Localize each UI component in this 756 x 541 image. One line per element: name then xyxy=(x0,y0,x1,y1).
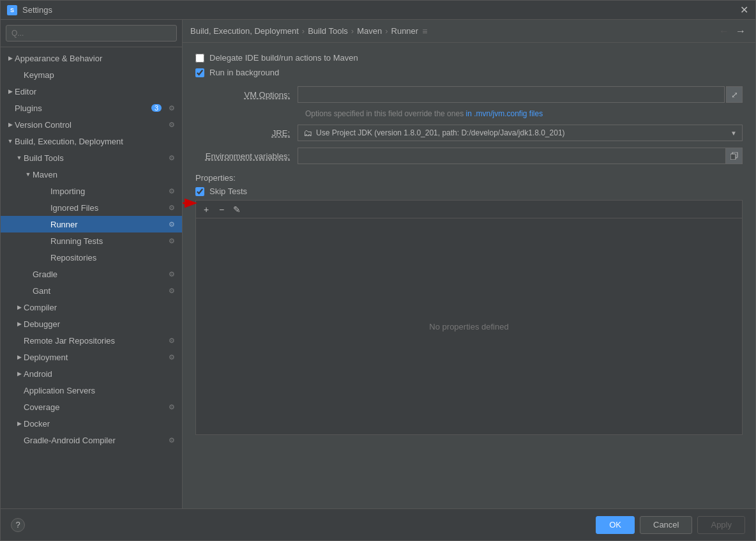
settings-icon: ⚙ xyxy=(167,352,177,362)
sidebar-item-build-exec-deploy[interactable]: ▼ Build, Execution, Deployment xyxy=(1,133,182,149)
app-icon: S xyxy=(7,5,17,15)
sidebar-item-version-control[interactable]: ▶ Version Control ⚙ xyxy=(1,116,182,133)
sidebar-item-coverage[interactable]: Coverage ⚙ xyxy=(1,399,182,415)
breadcrumb-menu-icon[interactable]: ≡ xyxy=(422,26,427,36)
env-vars-row: Environment variables: xyxy=(195,148,743,164)
sidebar-item-appearance[interactable]: ▶ Appearance & Behavior xyxy=(1,50,182,66)
title-bar: S Settings ✕ xyxy=(1,1,755,20)
svg-rect-3 xyxy=(730,154,736,160)
jre-selector[interactable]: 🗂 Use Project JDK (version 1.8.0_201, pa… xyxy=(298,125,743,141)
no-arrow xyxy=(42,187,50,195)
sidebar-item-android[interactable]: ▶ Android xyxy=(1,365,182,382)
sidebar-item-repositories[interactable]: Repositories xyxy=(1,249,182,266)
breadcrumb-current: Runner xyxy=(391,26,419,36)
breadcrumb-build[interactable]: Build, Execution, Deployment xyxy=(190,26,299,36)
env-vars-input[interactable] xyxy=(298,148,726,164)
settings-icon: ⚙ xyxy=(167,119,177,130)
add-property-button[interactable]: + xyxy=(200,203,213,216)
no-arrow xyxy=(24,270,33,278)
sidebar-item-remote-jar[interactable]: Remote Jar Repositories ⚙ xyxy=(1,332,182,349)
vm-options-input[interactable] xyxy=(298,86,725,103)
dropdown-arrow-icon: ▼ xyxy=(730,130,737,137)
chevron-right-icon: ▶ xyxy=(15,369,24,378)
sidebar-item-gradle[interactable]: Gradle ⚙ xyxy=(1,266,182,282)
breadcrumb-sep-1: › xyxy=(302,26,305,36)
delegate-checkbox[interactable] xyxy=(195,54,204,63)
nav-buttons: ← → xyxy=(717,24,748,38)
no-arrow xyxy=(15,402,24,411)
sidebar-item-docker[interactable]: ▶ Docker xyxy=(1,415,182,432)
sidebar-tree: ▶ Appearance & Behavior Keymap ▶ Editor xyxy=(1,47,182,508)
help-button[interactable]: ? xyxy=(11,518,25,532)
skip-tests-row: Skip Tests xyxy=(195,187,743,196)
sidebar-item-debugger[interactable]: ▶ Debugger xyxy=(1,316,182,332)
chevron-right-icon: ▶ xyxy=(6,87,15,96)
properties-label: Properties: xyxy=(195,173,236,183)
no-arrow xyxy=(42,253,50,262)
skip-tests-label[interactable]: Skip Tests xyxy=(209,187,247,196)
sidebar-item-gradle-android[interactable]: Gradle-Android Compiler ⚙ xyxy=(1,432,182,448)
properties-table: No properties defined xyxy=(195,218,743,435)
settings-icon: ⚙ xyxy=(167,269,177,279)
jre-label: JRE: xyxy=(195,128,298,138)
main-content: ▶ Appearance & Behavior Keymap ▶ Editor xyxy=(1,20,755,508)
vm-options-expand-button[interactable]: ⤢ xyxy=(726,86,743,103)
bottom-bar: ? OK Cancel Apply xyxy=(1,508,755,540)
ok-button[interactable]: OK xyxy=(596,516,635,534)
breadcrumb-bar: Build, Execution, Deployment › Build Too… xyxy=(183,20,755,43)
settings-icon: ⚙ xyxy=(167,202,177,213)
breadcrumb-build-tools[interactable]: Build Tools xyxy=(308,26,348,36)
settings-icon: ⚙ xyxy=(167,186,177,196)
settings-icon: ⚙ xyxy=(167,402,177,412)
no-arrow xyxy=(15,386,24,395)
no-arrow xyxy=(15,336,24,345)
sidebar-item-app-servers[interactable]: Application Servers xyxy=(1,382,182,399)
chevron-right-icon: ▶ xyxy=(15,303,24,312)
sidebar-item-plugins[interactable]: Plugins 3 ⚙ xyxy=(1,100,182,116)
sidebar: ▶ Appearance & Behavior Keymap ▶ Editor xyxy=(1,20,183,508)
sidebar-item-editor[interactable]: ▶ Editor xyxy=(1,83,182,100)
content-area: Delegate IDE build/run actions to Maven … xyxy=(183,43,755,508)
properties-section: Properties: Skip Tests xyxy=(195,173,743,435)
search-input[interactable] xyxy=(6,25,177,42)
chevron-down-icon: ▼ xyxy=(6,137,15,146)
edit-property-button[interactable]: ✎ xyxy=(231,203,243,216)
sidebar-item-gant[interactable]: Gant ⚙ xyxy=(1,282,182,299)
right-panel: Build, Execution, Deployment › Build Too… xyxy=(183,20,755,508)
sidebar-item-build-tools[interactable]: ▼ Build Tools ⚙ xyxy=(1,149,182,166)
sidebar-item-importing[interactable]: Importing ⚙ xyxy=(1,183,182,199)
sidebar-item-maven[interactable]: ▼ Maven xyxy=(1,166,182,183)
vm-options-row: VM Options: ⤢ xyxy=(195,86,743,103)
no-properties-message: No properties defined xyxy=(429,322,508,331)
background-checkbox[interactable] xyxy=(195,68,204,77)
no-arrow xyxy=(24,286,33,295)
properties-header: Properties: xyxy=(195,173,743,183)
breadcrumb-sep-2: › xyxy=(351,26,354,36)
plugins-badge: 3 xyxy=(151,104,162,112)
cancel-button[interactable]: Cancel xyxy=(640,516,692,534)
sidebar-item-runner[interactable]: Runner ⚙ xyxy=(1,216,182,232)
nav-back-button[interactable]: ← xyxy=(717,24,731,38)
properties-toolbar: + − ✎ xyxy=(195,200,743,218)
settings-window: S Settings ✕ ▶ Appearance & Behavior xyxy=(0,0,756,541)
hint-link[interactable]: in .mvn/jvm.config files xyxy=(465,109,543,118)
no-arrow xyxy=(42,220,50,229)
breadcrumb-maven[interactable]: Maven xyxy=(357,26,382,36)
sidebar-item-running-tests[interactable]: Running Tests ⚙ xyxy=(1,232,182,249)
sidebar-item-ignored-files[interactable]: Ignored Files ⚙ xyxy=(1,199,182,216)
remove-property-button[interactable]: − xyxy=(215,203,228,216)
arrow-annotation xyxy=(183,194,202,213)
sidebar-item-compiler[interactable]: ▶ Compiler xyxy=(1,299,182,316)
close-button[interactable]: ✕ xyxy=(739,5,749,15)
no-arrow xyxy=(42,203,50,212)
sidebar-item-keymap[interactable]: Keymap xyxy=(1,66,182,83)
sidebar-item-deployment[interactable]: ▶ Deployment ⚙ xyxy=(1,349,182,365)
settings-icon: ⚙ xyxy=(167,335,177,346)
chevron-right-icon: ▶ xyxy=(15,419,24,428)
nav-forward-button[interactable]: → xyxy=(734,24,748,38)
env-copy-button[interactable] xyxy=(726,148,743,164)
apply-button[interactable]: Apply xyxy=(697,516,745,534)
settings-icon: ⚙ xyxy=(167,103,177,113)
background-checkbox-label[interactable]: Run in background xyxy=(209,68,279,77)
delegate-checkbox-label[interactable]: Delegate IDE build/run actions to Maven xyxy=(209,53,358,63)
